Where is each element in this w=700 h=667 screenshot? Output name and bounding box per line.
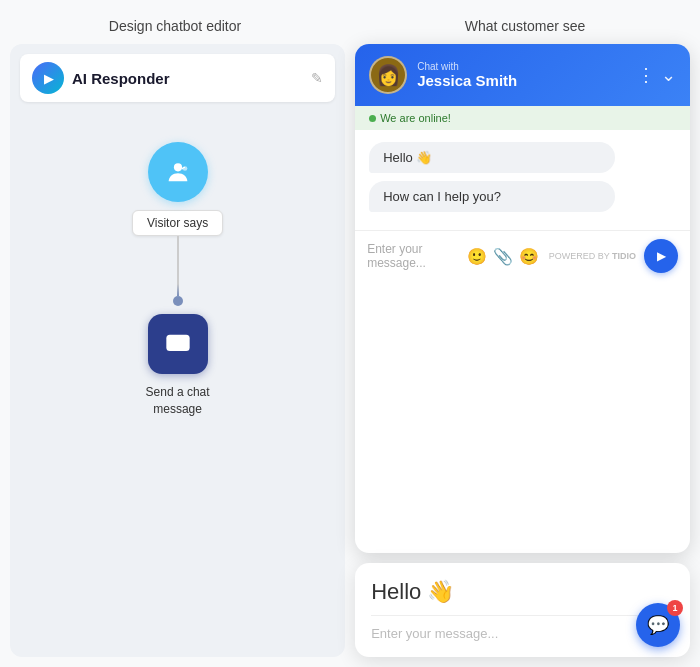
visitor-trigger-node[interactable] <box>148 142 208 202</box>
more-options-icon[interactable]: ⋮ <box>637 64 655 86</box>
attachment-icon[interactable]: 📎 <box>493 247 513 266</box>
chat-input-icons: 🙂 📎 😊 POWERED BY TIDIO <box>467 247 636 266</box>
svg-rect-2 <box>166 335 189 351</box>
agent-avatar: 👩 <box>369 56 407 94</box>
brand-powered: TIDIO <box>612 251 636 261</box>
chat-header: 👩 Chat with Jessica Smith ⋮ ⌄ <box>355 44 690 106</box>
sticker-icon[interactable]: 🙂 <box>467 247 487 266</box>
chat-subtitle: Chat with <box>417 61 627 72</box>
agent-avatar-emoji: 👩 <box>376 63 401 87</box>
brand-logo-icon: ▶ <box>44 72 54 85</box>
editor-section-header: Design chatbot editor <box>0 18 350 34</box>
online-text: We are online! <box>380 112 451 124</box>
flow-connector: Visitor says <box>132 202 223 306</box>
visitor-icon <box>164 158 192 186</box>
emoji-icon[interactable]: 😊 <box>519 247 539 266</box>
flow-line <box>177 236 179 296</box>
notification-badge: 1 <box>667 600 683 616</box>
svg-point-0 <box>173 163 181 171</box>
customer-section-header: What customer see <box>350 18 700 34</box>
chat-header-actions: ⋮ ⌄ <box>637 64 676 86</box>
flow-dot <box>173 296 183 306</box>
chat-header-info: Chat with Jessica Smith <box>417 61 627 89</box>
editor-toolbar: ▶ AI Responder ✎ <box>20 54 335 102</box>
chat-widget: 👩 Chat with Jessica Smith ⋮ ⌄ We are onl… <box>355 44 690 553</box>
chat-messages: Hello 👋 How can I help you? <box>355 130 690 230</box>
bottom-greeting: Hello 👋 <box>371 579 674 605</box>
flow-area: Visitor says Send a chat message <box>20 112 335 647</box>
chevron-down-icon[interactable]: ⌄ <box>661 64 676 86</box>
agent-name: Jessica Smith <box>417 72 627 89</box>
edit-icon[interactable]: ✎ <box>311 70 323 86</box>
chat-input-area[interactable]: Enter your message... 🙂 📎 😊 POWERED BY T… <box>355 230 690 281</box>
float-chat-button[interactable]: 1 <box>636 603 680 647</box>
online-banner: We are online! <box>355 106 690 130</box>
send-message-node[interactable] <box>148 314 208 374</box>
message-icon <box>164 330 192 358</box>
action-label: Send a chat message <box>146 384 210 418</box>
online-dot <box>369 115 376 122</box>
chat-input-placeholder: Enter your message... <box>367 242 458 270</box>
visitor-says-label: Visitor says <box>132 210 223 236</box>
editor-panel: ▶ AI Responder ✎ Visitor says <box>10 44 345 657</box>
powered-by: POWERED BY TIDIO <box>549 251 636 261</box>
chat-bottom-preview: Hello 👋 Enter your message... 1 <box>355 563 690 657</box>
send-button[interactable] <box>644 239 678 273</box>
message-bubble-2: How can I help you? <box>369 181 614 212</box>
toolbar-title: AI Responder <box>72 70 303 87</box>
right-panel: 👩 Chat with Jessica Smith ⋮ ⌄ We are onl… <box>355 44 690 657</box>
message-bubble-1: Hello 👋 <box>369 142 614 173</box>
bottom-input-placeholder[interactable]: Enter your message... <box>371 615 674 641</box>
brand-logo: ▶ <box>32 62 64 94</box>
